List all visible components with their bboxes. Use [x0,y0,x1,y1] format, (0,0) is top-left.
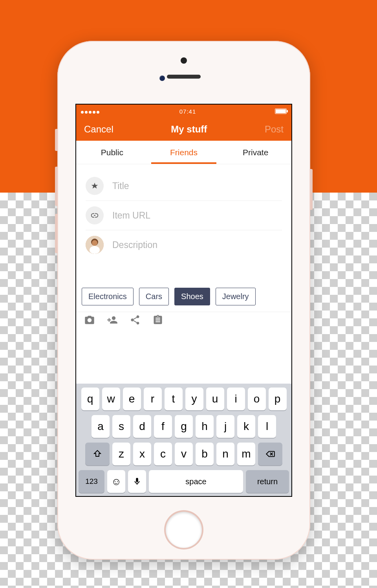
status-bar: 07:41 [76,105,291,118]
key-k[interactable]: k [237,415,255,438]
key-e[interactable]: e [123,388,141,410]
home-button[interactable] [166,512,202,548]
key-u[interactable]: u [206,388,224,410]
svg-point-3 [92,240,97,246]
key-n[interactable]: n [216,443,234,465]
key-x[interactable]: x [133,443,151,465]
key-l[interactable]: l [258,415,276,438]
share-icon[interactable] [130,314,141,327]
screen: 07:41 Cancel My stuff Post Public Friend… [75,104,292,497]
key-v[interactable]: v [175,443,193,465]
key-row-2: asdfghjkl [79,415,289,438]
description-row[interactable]: Description [86,230,282,259]
star-icon [86,177,104,195]
post-button[interactable]: Post [265,124,284,135]
key-d[interactable]: d [133,415,151,438]
signal-dots-icon [81,108,101,115]
compose-form: Title Item URL Description [76,164,291,263]
tag-cars[interactable]: Cars [139,288,169,305]
tab-public[interactable]: Public [76,141,148,164]
key-z[interactable]: z [112,443,130,465]
link-icon [86,206,104,224]
space-key[interactable]: space [149,470,243,493]
key-s[interactable]: s [112,415,130,438]
add-person-icon[interactable] [107,314,118,327]
key-h[interactable]: h [196,415,214,438]
camera-icon[interactable] [84,314,95,327]
keyboard: qwertyuiop asdfghjkl zxcvbnm 123 ☺ space… [76,384,291,496]
tag-bar: Electronics Cars Shoes Jewelry [76,284,291,312]
battery-icon [275,108,287,114]
nav-bar: Cancel My stuff Post [76,118,291,141]
shift-key[interactable] [85,443,110,465]
tab-friends[interactable]: Friends [148,141,220,164]
key-m[interactable]: m [237,443,255,465]
key-a[interactable]: a [92,415,110,438]
attachment-actions [76,312,291,333]
mic-key[interactable] [128,470,146,493]
key-i[interactable]: i [227,388,245,410]
return-key[interactable]: return [246,470,289,493]
tab-private[interactable]: Private [220,141,291,164]
key-y[interactable]: y [185,388,203,410]
key-row-4: 123 ☺ space return [79,470,289,493]
tag-jewelry[interactable]: Jewelry [216,288,256,305]
phone-frame: 07:41 Cancel My stuff Post Public Friend… [57,41,310,560]
visibility-tabs: Public Friends Private [76,141,291,164]
numbers-key[interactable]: 123 [79,470,104,493]
key-r[interactable]: r [144,388,162,410]
key-q[interactable]: q [81,388,99,410]
clipboard-icon[interactable] [152,314,163,327]
key-b[interactable]: b [196,443,214,465]
page-title: My stuff [171,124,207,135]
status-time: 07:41 [179,108,196,115]
tag-shoes[interactable]: Shoes [174,288,210,305]
key-p[interactable]: p [269,388,287,410]
avatar [86,236,104,254]
key-w[interactable]: w [102,388,120,410]
title-row[interactable]: Title [86,171,282,200]
svg-rect-2 [90,246,100,254]
key-o[interactable]: o [248,388,266,410]
cancel-button[interactable]: Cancel [84,124,113,135]
key-j[interactable]: j [216,415,234,438]
url-input[interactable]: Item URL [112,210,150,221]
key-f[interactable]: f [154,415,172,438]
backspace-key[interactable] [258,443,282,465]
key-row-3: zxcvbnm [79,443,289,465]
title-input[interactable]: Title [112,181,129,191]
key-c[interactable]: c [154,443,172,465]
key-t[interactable]: t [165,388,183,410]
key-g[interactable]: g [175,415,193,438]
description-input[interactable]: Description [112,240,157,250]
url-row[interactable]: Item URL [86,200,282,230]
tag-electronics[interactable]: Electronics [82,288,134,305]
key-row-1: qwertyuiop [79,388,289,410]
emoji-key[interactable]: ☺ [107,470,125,493]
